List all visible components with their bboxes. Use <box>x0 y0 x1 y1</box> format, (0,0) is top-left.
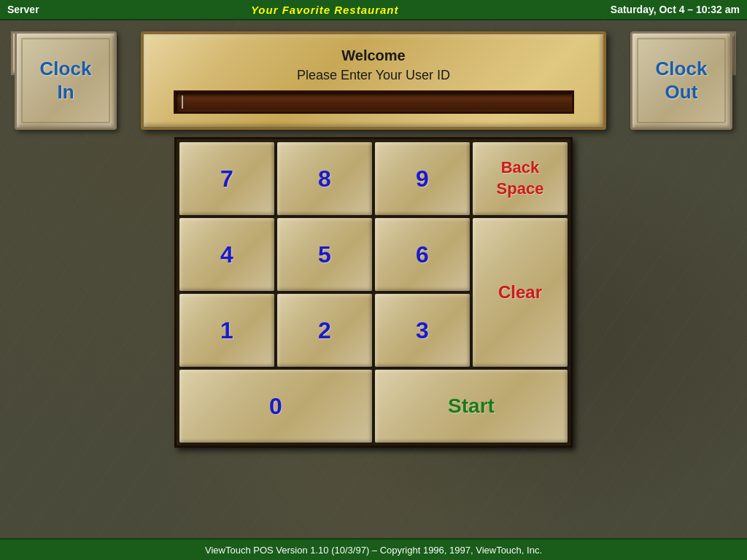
clock-out-group: ClockOut <box>621 31 747 130</box>
footer-text: ViewTouch POS Version 1.10 (10/3/97) – C… <box>205 545 542 556</box>
key-2-button[interactable]: 2 <box>277 294 372 367</box>
clock-in-group: ClockIn <box>0 31 126 130</box>
clear-label: Clear <box>498 282 542 303</box>
backspace-button[interactable]: BackSpace <box>473 142 568 215</box>
start-label: Start <box>448 394 495 418</box>
top-bar: Server Your Favorite Restaurant Saturday… <box>0 0 747 20</box>
key-7-button[interactable]: 7 <box>179 142 274 215</box>
key-6-button[interactable]: 6 <box>375 218 470 291</box>
key-1-button[interactable]: 1 <box>179 294 274 367</box>
welcome-subtitle: Please Enter Your User ID <box>297 68 450 83</box>
bottom-bar: ViewTouch POS Version 1.10 (10/3/97) – C… <box>0 538 747 560</box>
user-id-input[interactable] <box>174 90 574 114</box>
main-content: ClockIn Welcome Please Enter Your User I… <box>0 20 747 538</box>
top-controls-row: ClockIn Welcome Please Enter Your User I… <box>0 31 747 130</box>
restaurant-name: Your Favorite Restaurant <box>251 4 399 16</box>
key-4-button[interactable]: 4 <box>179 218 274 291</box>
backspace-label: BackSpace <box>497 158 544 199</box>
clock-out-label: ClockOut <box>656 58 708 103</box>
start-button[interactable]: Start <box>375 370 568 443</box>
clock-in-label: ClockIn <box>40 58 92 103</box>
clock-in-button[interactable]: ClockIn <box>15 31 117 130</box>
key-5-button[interactable]: 5 <box>277 218 372 291</box>
clock-out-button[interactable]: ClockOut <box>630 31 732 130</box>
key-3-button[interactable]: 3 <box>375 294 470 367</box>
welcome-title: Welcome <box>341 47 405 64</box>
key-9-button[interactable]: 9 <box>375 142 470 215</box>
clear-button[interactable]: Clear <box>473 218 568 367</box>
text-cursor <box>182 96 183 109</box>
key-0-button[interactable]: 0 <box>179 370 372 443</box>
key-8-button[interactable]: 8 <box>277 142 372 215</box>
datetime-label: Saturday, Oct 4 – 10:32 am <box>611 4 740 15</box>
role-label: Server <box>7 4 39 15</box>
keypad: 7 8 9 BackSpace 4 5 6 Clear 1 2 3 0 Star… <box>174 137 573 448</box>
welcome-panel: Welcome Please Enter Your User ID <box>141 31 606 130</box>
